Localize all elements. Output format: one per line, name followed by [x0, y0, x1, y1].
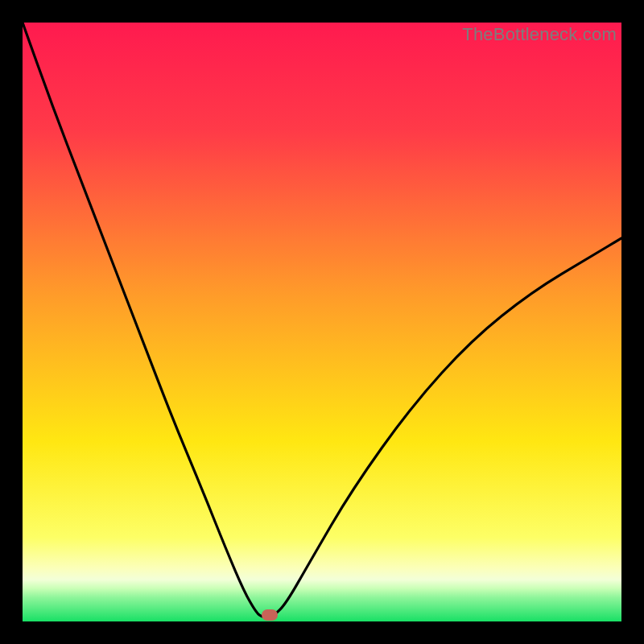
curve-svg — [23, 23, 621, 621]
bottleneck-curve — [23, 23, 621, 617]
min-point-marker — [262, 609, 278, 621]
plot-area: TheBottleneck.com — [23, 23, 621, 621]
outer-frame: TheBottleneck.com — [0, 0, 644, 644]
